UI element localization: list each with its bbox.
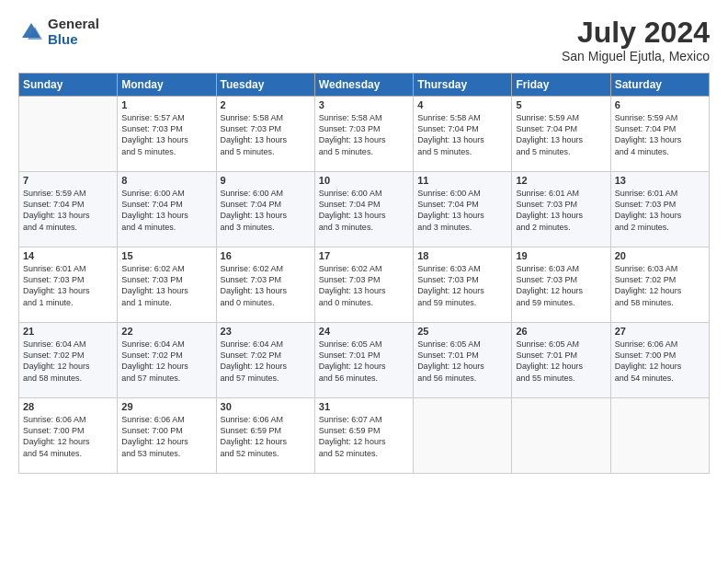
day-number: 14: [23, 250, 113, 261]
day-info: Sunrise: 6:03 AM Sunset: 7:03 PM Dayligh…: [417, 263, 507, 308]
calendar-cell: 6Sunrise: 5:59 AM Sunset: 7:04 PM Daylig…: [610, 97, 709, 172]
day-number: 27: [615, 326, 705, 337]
day-info: Sunrise: 5:58 AM Sunset: 7:03 PM Dayligh…: [319, 112, 409, 157]
day-header-wednesday: Wednesday: [314, 74, 413, 97]
day-info: Sunrise: 6:00 AM Sunset: 7:04 PM Dayligh…: [417, 188, 507, 233]
calendar-cell: 17Sunrise: 6:02 AM Sunset: 7:03 PM Dayli…: [314, 247, 413, 323]
day-info: Sunrise: 6:06 AM Sunset: 7:00 PM Dayligh…: [615, 339, 705, 384]
day-header-saturday: Saturday: [610, 74, 709, 97]
day-number: 19: [516, 250, 606, 261]
day-info: Sunrise: 6:06 AM Sunset: 7:00 PM Dayligh…: [23, 414, 113, 459]
calendar-week-row: 28Sunrise: 6:06 AM Sunset: 7:00 PM Dayli…: [19, 398, 710, 474]
day-info: Sunrise: 5:58 AM Sunset: 7:04 PM Dayligh…: [417, 112, 507, 157]
day-number: 31: [319, 401, 409, 412]
calendar-cell: 4Sunrise: 5:58 AM Sunset: 7:04 PM Daylig…: [414, 97, 512, 172]
day-info: Sunrise: 6:07 AM Sunset: 6:59 PM Dayligh…: [319, 414, 409, 459]
calendar-cell: 25Sunrise: 6:05 AM Sunset: 7:01 PM Dayli…: [414, 323, 512, 398]
day-number: 6: [615, 99, 705, 110]
calendar-cell: 15Sunrise: 6:02 AM Sunset: 7:03 PM Dayli…: [118, 247, 216, 323]
day-info: Sunrise: 6:04 AM Sunset: 7:02 PM Dayligh…: [121, 339, 211, 384]
calendar-cell: 24Sunrise: 6:05 AM Sunset: 7:01 PM Dayli…: [314, 323, 413, 398]
day-info: Sunrise: 6:01 AM Sunset: 7:03 PM Dayligh…: [516, 188, 606, 233]
calendar-cell: [610, 398, 709, 474]
day-number: 16: [221, 250, 311, 261]
logo-general-text: General: [48, 17, 99, 32]
logo-icon: [18, 19, 44, 45]
day-number: 12: [516, 175, 606, 186]
day-number: 15: [121, 250, 211, 261]
calendar-cell: 20Sunrise: 6:03 AM Sunset: 7:02 PM Dayli…: [610, 247, 709, 323]
calendar-cell: 14Sunrise: 6:01 AM Sunset: 7:03 PM Dayli…: [19, 247, 118, 323]
month-year-title: July 2024: [562, 17, 710, 49]
calendar-cell: 10Sunrise: 6:00 AM Sunset: 7:04 PM Dayli…: [314, 172, 413, 247]
day-header-sunday: Sunday: [19, 74, 118, 97]
header: General Blue July 2024 San Miguel Ejutla…: [18, 17, 710, 63]
day-info: Sunrise: 6:02 AM Sunset: 7:03 PM Dayligh…: [121, 263, 211, 308]
day-info: Sunrise: 6:02 AM Sunset: 7:03 PM Dayligh…: [221, 263, 311, 308]
day-header-tuesday: Tuesday: [216, 74, 314, 97]
calendar-week-row: 14Sunrise: 6:01 AM Sunset: 7:03 PM Dayli…: [19, 247, 710, 323]
day-info: Sunrise: 6:01 AM Sunset: 7:03 PM Dayligh…: [23, 263, 113, 308]
day-info: Sunrise: 5:59 AM Sunset: 7:04 PM Dayligh…: [516, 112, 606, 157]
day-info: Sunrise: 5:57 AM Sunset: 7:03 PM Dayligh…: [121, 112, 211, 157]
calendar-cell: 13Sunrise: 6:01 AM Sunset: 7:03 PM Dayli…: [610, 172, 709, 247]
day-info: Sunrise: 6:01 AM Sunset: 7:03 PM Dayligh…: [615, 188, 705, 233]
day-number: 9: [221, 175, 311, 186]
day-info: Sunrise: 6:05 AM Sunset: 7:01 PM Dayligh…: [516, 339, 606, 384]
calendar-cell: 12Sunrise: 6:01 AM Sunset: 7:03 PM Dayli…: [512, 172, 610, 247]
day-number: 30: [221, 401, 311, 412]
day-info: Sunrise: 6:03 AM Sunset: 7:02 PM Dayligh…: [615, 263, 705, 308]
logo-text: General Blue: [48, 17, 99, 47]
calendar-cell: 16Sunrise: 6:02 AM Sunset: 7:03 PM Dayli…: [216, 247, 314, 323]
day-number: 17: [319, 250, 409, 261]
day-info: Sunrise: 6:02 AM Sunset: 7:03 PM Dayligh…: [319, 263, 409, 308]
day-number: 5: [516, 99, 606, 110]
day-number: 7: [23, 175, 113, 186]
calendar-cell: 28Sunrise: 6:06 AM Sunset: 7:00 PM Dayli…: [19, 398, 118, 474]
day-info: Sunrise: 6:06 AM Sunset: 6:59 PM Dayligh…: [221, 414, 311, 459]
calendar-cell: [512, 398, 610, 474]
title-block: July 2024 San Miguel Ejutla, Mexico: [562, 17, 710, 63]
day-number: 22: [121, 326, 211, 337]
calendar-cell: 1Sunrise: 5:57 AM Sunset: 7:03 PM Daylig…: [118, 97, 216, 172]
day-number: 4: [417, 99, 507, 110]
logo: General Blue: [18, 17, 99, 47]
calendar-cell: [414, 398, 512, 474]
calendar-cell: 29Sunrise: 6:06 AM Sunset: 7:00 PM Dayli…: [118, 398, 216, 474]
calendar-cell: 18Sunrise: 6:03 AM Sunset: 7:03 PM Dayli…: [414, 247, 512, 323]
day-info: Sunrise: 6:04 AM Sunset: 7:02 PM Dayligh…: [23, 339, 113, 384]
calendar-cell: 30Sunrise: 6:06 AM Sunset: 6:59 PM Dayli…: [216, 398, 314, 474]
location-subtitle: San Miguel Ejutla, Mexico: [562, 49, 710, 63]
page: General Blue July 2024 San Miguel Ejutla…: [0, 0, 728, 563]
logo-blue-text: Blue: [48, 32, 99, 48]
day-number: 10: [319, 175, 409, 186]
calendar-week-row: 21Sunrise: 6:04 AM Sunset: 7:02 PM Dayli…: [19, 323, 710, 398]
calendar-cell: 27Sunrise: 6:06 AM Sunset: 7:00 PM Dayli…: [610, 323, 709, 398]
calendar-cell: 5Sunrise: 5:59 AM Sunset: 7:04 PM Daylig…: [512, 97, 610, 172]
calendar-table: SundayMondayTuesdayWednesdayThursdayFrid…: [18, 73, 710, 474]
day-number: 1: [121, 99, 211, 110]
day-number: 25: [417, 326, 507, 337]
day-number: 20: [615, 250, 705, 261]
day-number: 26: [516, 326, 606, 337]
day-number: 2: [221, 99, 311, 110]
calendar-week-row: 7Sunrise: 5:59 AM Sunset: 7:04 PM Daylig…: [19, 172, 710, 247]
calendar-cell: 26Sunrise: 6:05 AM Sunset: 7:01 PM Dayli…: [512, 323, 610, 398]
calendar-cell: 3Sunrise: 5:58 AM Sunset: 7:03 PM Daylig…: [314, 97, 413, 172]
calendar-cell: 2Sunrise: 5:58 AM Sunset: 7:03 PM Daylig…: [216, 97, 314, 172]
calendar-cell: 31Sunrise: 6:07 AM Sunset: 6:59 PM Dayli…: [314, 398, 413, 474]
calendar-week-row: 1Sunrise: 5:57 AM Sunset: 7:03 PM Daylig…: [19, 97, 710, 172]
day-header-thursday: Thursday: [414, 74, 512, 97]
calendar-cell: 19Sunrise: 6:03 AM Sunset: 7:03 PM Dayli…: [512, 247, 610, 323]
day-info: Sunrise: 5:58 AM Sunset: 7:03 PM Dayligh…: [221, 112, 311, 157]
day-number: 13: [615, 175, 705, 186]
day-number: 8: [121, 175, 211, 186]
calendar-cell: 23Sunrise: 6:04 AM Sunset: 7:02 PM Dayli…: [216, 323, 314, 398]
day-info: Sunrise: 6:03 AM Sunset: 7:03 PM Dayligh…: [516, 263, 606, 308]
day-info: Sunrise: 6:00 AM Sunset: 7:04 PM Dayligh…: [319, 188, 409, 233]
calendar-cell: 7Sunrise: 5:59 AM Sunset: 7:04 PM Daylig…: [19, 172, 118, 247]
day-number: 18: [417, 250, 507, 261]
day-number: 29: [121, 401, 211, 412]
day-number: 21: [23, 326, 113, 337]
day-info: Sunrise: 6:00 AM Sunset: 7:04 PM Dayligh…: [121, 188, 211, 233]
